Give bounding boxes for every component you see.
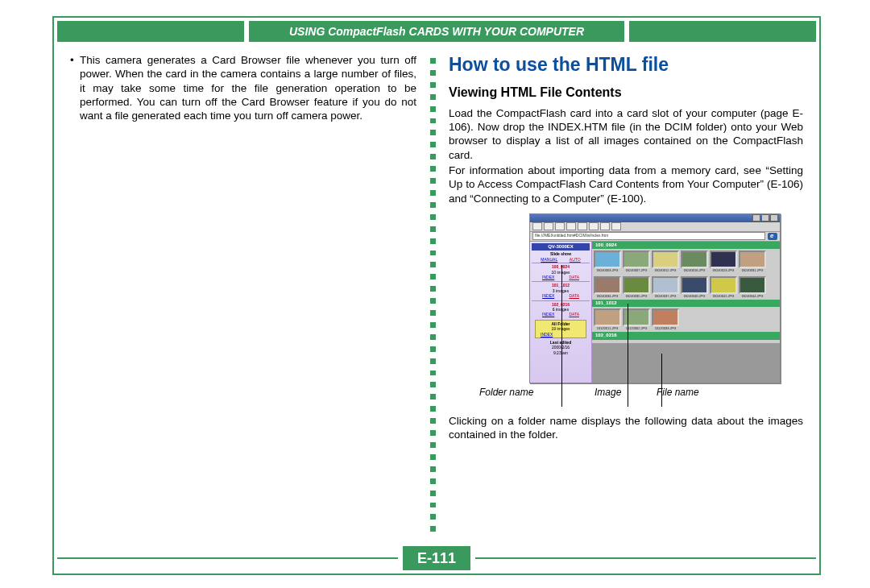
folder-header[interactable]: 100_0924 [592,242,780,250]
toolbar-button[interactable] [578,222,587,230]
last-edited-time: 9:23 am [532,350,590,355]
thumbnail[interactable]: 09240016.JPG [681,251,708,272]
thumbnail[interactable]: 09240012.JPG [652,251,679,272]
thumbnail-filename: 09240003.JPG [594,268,621,272]
thumbnail[interactable]: 09240023.JPG [710,251,737,272]
thumbnail-filename: 09240044.JPG [739,294,766,298]
callouts: Folder name Image File name [449,387,803,406]
thumbnail[interactable]: 09240034.JPG [594,276,621,298]
index-link[interactable]: INDEX [542,293,554,298]
thumbnail[interactable]: 09240035.JPG [623,276,650,298]
all-folder-box[interactable]: All Folder 19 images INDEX [535,320,586,338]
thumbnail-image [681,276,708,294]
thumbnail[interactable]: 10120011.JPG [594,308,621,330]
thumbnail-filename: 09240040.JPG [681,294,708,298]
thumbnail-image [710,251,737,268]
figure: file:///MEI/untitled.htm#DCIM/a/Index.ht… [449,213,803,406]
address-field[interactable]: file:///MEI/untitled.htm#DCIM/a/Index.ht… [532,232,765,240]
toolbar-button[interactable] [611,222,621,230]
para-2: For information about importing data fro… [449,164,803,205]
thumbnail-filename: 09240035.JPG [623,294,650,298]
folder-header[interactable]: 102_0216 [592,332,780,340]
auto-link[interactable]: AUTO [570,257,581,262]
section-subheading: Viewing HTML File Contents [449,85,803,101]
toolbar-button[interactable] [532,222,542,230]
index-link[interactable]: INDEX [542,275,554,280]
sidebar-folder[interactable]: 102_02166 imagesINDEXDATA [532,300,590,318]
callout-folder: Folder name [479,387,533,399]
thumbnail-image [739,251,766,268]
thumbnail-image [652,308,679,326]
header-left-accent [57,21,244,42]
header-title: USING CompactFlash CARDS WITH YOUR COMPU… [249,21,624,42]
thumbnail-row: 10120011.JPG10120002.JPG10120033.JPG [592,307,780,332]
para-1: Load the CompactFlash card into a card s… [449,106,803,162]
thumbnail-image [594,251,621,268]
left-bullet-text: This camera generates a Card Browser fil… [80,53,416,122]
page-number: E-111 [403,546,470,570]
sidebar-folder[interactable]: 101_10123 imagesINDEXDATA [532,281,590,299]
thumbnail-image [594,276,621,294]
thumbnail-filename: 09240012.JPG [652,268,679,272]
thumbnail-image [652,251,679,268]
toolbar-button[interactable] [544,222,553,230]
data-link[interactable]: DATA [569,312,579,317]
footer-rule-left [57,557,398,570]
right-column: How to use the HTML file Viewing HTML Fi… [441,53,803,538]
thumbnail[interactable]: 09240031.JPG [739,251,766,272]
thumbnail-image [623,276,650,294]
toolbar-button[interactable] [566,222,576,230]
thumbnail-filename: 09240034.JPG [594,294,621,298]
sidebar-folder[interactable]: 100_092410 imagesINDEXDATA [532,263,590,280]
toolbar-button[interactable] [600,222,610,230]
ie-logo-icon [768,233,777,240]
callout-image: Image [594,387,621,399]
thumbnail-filename: 09240023.JPG [710,268,737,272]
thumbnail-image [739,276,766,294]
data-link[interactable]: DATA [569,275,579,280]
thumbnail-filename: 10120033.JPG [652,326,679,330]
thumbnail-image [623,251,650,268]
after-figure-text: Clicking on a folder name displays the f… [449,414,803,442]
data-link[interactable]: DATA [569,293,579,298]
toolbar-button[interactable] [555,222,565,230]
left-column: • This camera generates a Card Browser f… [70,53,425,538]
thumbnail-row: 09240034.JPG09240035.JPG09240037.JPG0924… [592,275,780,300]
thumbnail-filename: 10120011.JPG [594,326,621,330]
toolbar-button[interactable] [589,222,599,230]
all-folder-index[interactable]: INDEX [537,332,584,337]
window-titlebar [530,214,780,222]
browser-toolbar [530,222,780,232]
address-bar: file:///MEI/untitled.htm#DCIM/a/Index.ht… [530,232,780,242]
footer-rule-right [475,557,816,570]
index-link[interactable]: INDEX [542,312,554,317]
maximize-icon[interactable] [761,214,769,222]
footer: E-111 [57,546,816,570]
minimize-icon[interactable] [752,214,760,222]
callout-filename: File name [657,387,699,399]
close-icon[interactable] [770,214,778,222]
thumbnail-image [594,308,621,326]
section-heading: How to use the HTML file [449,53,803,77]
thumbnail[interactable]: 09240003.JPG [594,251,621,272]
thumbnail-image [652,276,679,294]
thumbnail[interactable]: 09240007.JPG [623,251,650,272]
thumbnail[interactable]: 09240044.JPG [739,276,766,298]
browser-window: file:///MEI/untitled.htm#DCIM/a/Index.ht… [529,213,781,383]
folder-header[interactable]: 101_1012 [592,300,780,308]
thumbnail-image [710,276,737,294]
thumbnail[interactable]: 10120033.JPG [652,308,679,330]
thumbnail-filename: 09240041.JPG [710,294,737,298]
column-divider [425,53,441,538]
header-bar: USING CompactFlash CARDS WITH YOUR COMPU… [57,21,816,42]
thumbnail-row [592,340,780,343]
thumbnail[interactable]: 09240041.JPG [710,276,737,298]
thumbnail[interactable]: 09240037.JPG [652,276,679,298]
thumbnail[interactable]: 09240040.JPG [681,276,708,298]
sidebar-product: QV-3000EX [532,243,590,251]
thumbnail-filename: 09240007.JPG [623,268,650,272]
callout-line-folder [561,265,562,407]
bullet-marker: • [70,53,80,124]
manual-link[interactable]: MANUAL [541,257,557,262]
header-right-accent [629,21,816,42]
